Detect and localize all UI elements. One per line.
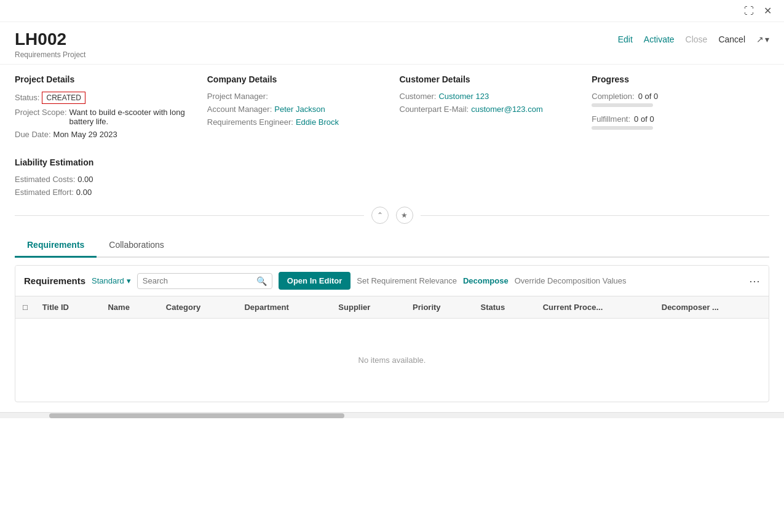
close-icon[interactable]: ✕ xyxy=(761,4,774,18)
details-grid: Project Details Status: CREATED Project … xyxy=(15,74,769,143)
divider-line-right xyxy=(421,215,770,216)
project-subtitle: Requirements Project xyxy=(15,50,85,59)
completion-bar xyxy=(592,103,653,107)
company-details-section: Company Details Project Manager: Account… xyxy=(207,74,385,143)
tab-collaborations[interactable]: Collaborations xyxy=(97,234,176,258)
col-priority: Priority xyxy=(405,296,473,319)
project-id: LH002 xyxy=(15,30,85,49)
col-category: Category xyxy=(159,296,237,319)
req-engineer-row: Requirements Engineer: Eddie Brock xyxy=(207,117,385,127)
share-icon: ↗ xyxy=(756,34,764,44)
edit-button[interactable]: Edit xyxy=(618,34,633,44)
effort-label: Estimated Effort: xyxy=(15,188,74,197)
star-icon[interactable]: ★ xyxy=(396,207,413,224)
search-box: 🔍 xyxy=(137,273,272,289)
decompose-button[interactable]: Decompose xyxy=(463,276,509,285)
override-button[interactable]: Override Decomposition Values xyxy=(515,276,627,285)
fulfillment-label: Fulfillment: xyxy=(592,114,630,124)
account-manager-row: Account Manager: Peter Jackson xyxy=(207,105,385,114)
customer-row: Customer: Customer 123 xyxy=(400,92,577,101)
chevron-down-icon: ▾ xyxy=(765,34,769,44)
customer-label: Customer: xyxy=(400,92,437,101)
counterpart-label: Counterpart E-Mail: xyxy=(400,105,469,114)
req-engineer-value[interactable]: Eddie Brock xyxy=(296,117,339,127)
dropdown-chevron-icon: ▾ xyxy=(127,276,131,285)
col-decomposer: Decomposer ... xyxy=(654,296,769,319)
due-date-label: Due Date: xyxy=(15,130,51,139)
horizontal-scrollbar[interactable] xyxy=(0,412,784,418)
completion-value: 0 of 0 xyxy=(638,92,659,101)
company-details-title: Company Details xyxy=(207,74,385,84)
activate-button[interactable]: Activate xyxy=(644,34,675,44)
collapse-icon[interactable]: ⌃ xyxy=(371,207,389,224)
manager-row: Project Manager: xyxy=(207,92,385,101)
customer-value[interactable]: Customer 123 xyxy=(438,92,489,101)
share-button[interactable]: ↗ ▾ xyxy=(756,34,769,44)
col-title-id: Title ID xyxy=(35,296,101,319)
scope-row: Project Scope: Want to build e-scooter w… xyxy=(15,108,192,126)
status-badge: CREATED xyxy=(42,92,85,104)
progress-section: Progress Completion: 0 of 0 Fulfillment:… xyxy=(592,74,769,143)
tabs-bar: Requirements Collaborations xyxy=(15,234,769,258)
top-bar: ⛶ ✕ xyxy=(0,0,784,22)
standard-label: Standard xyxy=(92,276,124,285)
divider-row: ⌃ ★ xyxy=(15,207,769,224)
set-relevance-button[interactable]: Set Requirement Relevance xyxy=(357,276,457,285)
col-department: Department xyxy=(237,296,331,319)
effort-row: Estimated Effort: 0.00 xyxy=(15,188,769,197)
account-manager-value[interactable]: Peter Jackson xyxy=(274,105,325,114)
fulfillment-item: Fulfillment: 0 of 0 xyxy=(592,114,769,130)
standard-dropdown[interactable]: Standard ▾ xyxy=(92,276,131,285)
scope-value: Want to build e-scooter with long batter… xyxy=(69,108,192,126)
customer-details-title: Customer Details xyxy=(400,74,577,84)
costs-value: 0.00 xyxy=(77,175,93,184)
close-button[interactable]: Close xyxy=(686,34,708,44)
manager-label: Project Manager: xyxy=(207,92,268,101)
req-toolbar: Requirements Standard ▾ 🔍 Open In Editor… xyxy=(15,266,769,296)
counterpart-value[interactable]: customer@123.com xyxy=(471,105,543,114)
progress-title: Progress xyxy=(592,74,769,84)
col-supplier: Supplier xyxy=(331,296,405,319)
liability-title: Liability Estimation xyxy=(15,157,769,167)
liability-section: Liability Estimation Estimated Costs: 0.… xyxy=(15,157,769,197)
main-content: Project Details Status: CREATED Project … xyxy=(0,65,784,412)
tab-requirements[interactable]: Requirements xyxy=(15,234,97,258)
req-panel-title: Requirements xyxy=(24,276,85,286)
requirements-panel: Requirements Standard ▾ 🔍 Open In Editor… xyxy=(15,265,769,402)
req-engineer-label: Requirements Engineer: xyxy=(207,117,293,127)
requirements-table: □ Title ID Name Category Department Supp… xyxy=(15,296,769,402)
completion-label-row: Completion: 0 of 0 xyxy=(592,92,769,101)
search-input[interactable] xyxy=(143,276,253,285)
header-actions: Edit Activate Close Cancel ↗ ▾ xyxy=(618,34,769,44)
due-date-row: Due Date: Mon May 29 2023 xyxy=(15,130,192,139)
customer-details-section: Customer Details Customer: Customer 123 … xyxy=(400,74,577,143)
scope-label: Project Scope: xyxy=(15,108,67,117)
costs-row: Estimated Costs: 0.00 xyxy=(15,175,769,184)
col-current-process: Current Proce... xyxy=(536,296,654,319)
project-details-title: Project Details xyxy=(15,74,192,84)
header: LH002 Requirements Project Edit Activate… xyxy=(0,22,784,65)
more-options-icon[interactable]: ⋯ xyxy=(749,274,760,288)
completion-label: Completion: xyxy=(592,92,634,101)
status-row: Status: CREATED xyxy=(15,92,192,104)
scrollbar-thumb[interactable] xyxy=(49,413,344,418)
project-details-section: Project Details Status: CREATED Project … xyxy=(15,74,192,143)
expand-icon[interactable]: ⛶ xyxy=(742,4,756,18)
fulfillment-value: 0 of 0 xyxy=(634,114,654,124)
costs-label: Estimated Costs: xyxy=(15,175,75,184)
cancel-button[interactable]: Cancel xyxy=(718,34,745,44)
status-label: Status: xyxy=(15,93,39,102)
open-editor-button[interactable]: Open In Editor xyxy=(279,272,351,290)
fulfillment-bar xyxy=(592,126,653,130)
table-icon: □ xyxy=(23,303,28,312)
no-items-message: No items available. xyxy=(15,319,769,402)
account-manager-label: Account Manager: xyxy=(207,105,272,114)
effort-value: 0.00 xyxy=(76,188,92,197)
due-date-value: Mon May 29 2023 xyxy=(53,130,117,139)
col-name: Name xyxy=(100,296,158,319)
divider-line-left xyxy=(15,215,364,216)
header-title-block: LH002 Requirements Project xyxy=(15,30,85,59)
col-status: Status xyxy=(473,296,535,319)
col-icon: □ xyxy=(15,296,35,319)
fulfillment-label-row: Fulfillment: 0 of 0 xyxy=(592,114,769,124)
